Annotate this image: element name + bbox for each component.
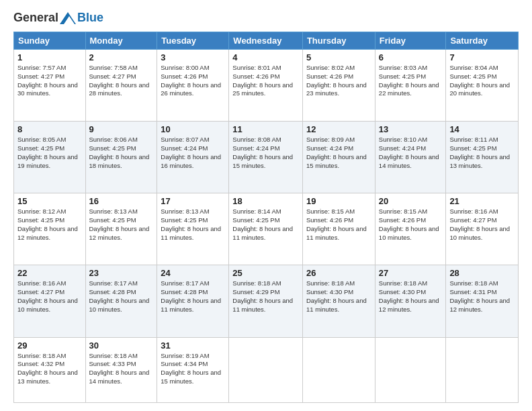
day-number: 24 bbox=[161, 268, 225, 278]
day-info: Sunrise: 8:18 AMSunset: 4:30 PMDaylight:… bbox=[379, 279, 443, 314]
day-info: Sunrise: 8:16 AMSunset: 4:27 PMDaylight:… bbox=[449, 208, 515, 242]
day-number: 3 bbox=[161, 52, 225, 62]
day-info: Sunrise: 8:07 AMSunset: 4:24 PMDaylight:… bbox=[161, 136, 225, 170]
day-number: 13 bbox=[379, 124, 443, 134]
day-number: 15 bbox=[17, 196, 82, 206]
day-of-week-header: Tuesday bbox=[157, 32, 229, 50]
calendar-cell: 29Sunrise: 8:18 AMSunset: 4:32 PMDayligh… bbox=[14, 337, 86, 402]
calendar-cell bbox=[229, 337, 303, 402]
header: General Blue bbox=[13, 11, 519, 25]
calendar-cell: 12Sunrise: 8:09 AMSunset: 4:24 PMDayligh… bbox=[302, 122, 375, 193]
day-info: Sunrise: 7:57 AMSunset: 4:27 PMDaylight:… bbox=[17, 64, 82, 98]
calendar-table: SundayMondayTuesdayWednesdayThursdayFrid… bbox=[13, 32, 519, 403]
calendar-cell: 17Sunrise: 8:13 AMSunset: 4:25 PMDayligh… bbox=[157, 193, 229, 265]
logo-icon bbox=[60, 12, 76, 24]
calendar-cell: 18Sunrise: 8:14 AMSunset: 4:25 PMDayligh… bbox=[229, 193, 303, 265]
day-number: 11 bbox=[232, 124, 299, 134]
calendar-cell: 9Sunrise: 8:06 AMSunset: 4:25 PMDaylight… bbox=[85, 122, 157, 193]
day-info: Sunrise: 8:15 AMSunset: 4:26 PMDaylight:… bbox=[379, 208, 443, 242]
day-number: 7 bbox=[449, 52, 515, 62]
page: General Blue SundayMondayTuesdayWednesda… bbox=[0, 0, 532, 411]
calendar-cell bbox=[446, 337, 519, 402]
calendar-cell: 3Sunrise: 8:00 AMSunset: 4:26 PMDaylight… bbox=[157, 50, 229, 122]
day-number: 6 bbox=[379, 52, 443, 62]
calendar-cell: 25Sunrise: 8:18 AMSunset: 4:29 PMDayligh… bbox=[229, 265, 303, 337]
day-number: 10 bbox=[161, 124, 225, 134]
day-info: Sunrise: 8:18 AMSunset: 4:29 PMDaylight:… bbox=[232, 279, 299, 314]
calendar-cell: 19Sunrise: 8:15 AMSunset: 4:26 PMDayligh… bbox=[302, 193, 375, 265]
calendar-cell: 13Sunrise: 8:10 AMSunset: 4:24 PMDayligh… bbox=[375, 122, 446, 193]
calendar-cell: 11Sunrise: 8:08 AMSunset: 4:24 PMDayligh… bbox=[229, 122, 303, 193]
calendar-cell: 5Sunrise: 8:02 AMSunset: 4:26 PMDaylight… bbox=[302, 50, 375, 122]
calendar-cell: 14Sunrise: 8:11 AMSunset: 4:25 PMDayligh… bbox=[446, 122, 519, 193]
day-info: Sunrise: 8:13 AMSunset: 4:25 PMDaylight:… bbox=[89, 208, 154, 242]
day-number: 9 bbox=[89, 124, 154, 134]
day-number: 19 bbox=[306, 196, 371, 206]
day-info: Sunrise: 8:04 AMSunset: 4:25 PMDaylight:… bbox=[449, 64, 515, 98]
day-info: Sunrise: 8:11 AMSunset: 4:25 PMDaylight:… bbox=[449, 136, 515, 170]
day-number: 1 bbox=[17, 52, 82, 62]
logo-blue-text: Blue bbox=[77, 11, 103, 25]
day-info: Sunrise: 8:14 AMSunset: 4:25 PMDaylight:… bbox=[232, 208, 299, 242]
day-of-week-header: Wednesday bbox=[229, 32, 303, 50]
day-number: 25 bbox=[232, 268, 299, 278]
calendar-cell: 20Sunrise: 8:15 AMSunset: 4:26 PMDayligh… bbox=[375, 193, 446, 265]
day-info: Sunrise: 8:18 AMSunset: 4:31 PMDaylight:… bbox=[449, 279, 515, 314]
calendar-cell: 27Sunrise: 8:18 AMSunset: 4:30 PMDayligh… bbox=[375, 265, 446, 337]
day-info: Sunrise: 8:13 AMSunset: 4:25 PMDaylight:… bbox=[161, 208, 225, 242]
logo: General Blue bbox=[13, 11, 103, 25]
day-of-week-header: Sunday bbox=[14, 32, 86, 50]
day-info: Sunrise: 8:03 AMSunset: 4:25 PMDaylight:… bbox=[379, 64, 443, 98]
day-number: 12 bbox=[306, 124, 371, 134]
day-number: 26 bbox=[306, 268, 371, 278]
day-number: 18 bbox=[232, 196, 299, 206]
day-of-week-header: Monday bbox=[85, 32, 157, 50]
day-info: Sunrise: 8:06 AMSunset: 4:25 PMDaylight:… bbox=[89, 136, 154, 170]
day-number: 4 bbox=[232, 52, 299, 62]
calendar-cell bbox=[302, 337, 375, 402]
day-number: 22 bbox=[17, 268, 82, 278]
day-info: Sunrise: 8:01 AMSunset: 4:26 PMDaylight:… bbox=[232, 64, 299, 98]
calendar-cell: 26Sunrise: 8:18 AMSunset: 4:30 PMDayligh… bbox=[302, 265, 375, 337]
calendar-cell: 15Sunrise: 8:12 AMSunset: 4:25 PMDayligh… bbox=[14, 193, 86, 265]
day-info: Sunrise: 8:10 AMSunset: 4:24 PMDaylight:… bbox=[379, 136, 443, 170]
day-number: 16 bbox=[89, 196, 154, 206]
day-number: 23 bbox=[89, 268, 154, 278]
day-number: 31 bbox=[161, 340, 225, 351]
day-info: Sunrise: 8:18 AMSunset: 4:30 PMDaylight:… bbox=[306, 279, 371, 314]
day-info: Sunrise: 8:09 AMSunset: 4:24 PMDaylight:… bbox=[306, 136, 371, 170]
day-of-week-header: Thursday bbox=[302, 32, 375, 50]
day-number: 5 bbox=[306, 52, 371, 62]
day-number: 28 bbox=[449, 268, 515, 278]
day-info: Sunrise: 8:12 AMSunset: 4:25 PMDaylight:… bbox=[17, 208, 82, 242]
day-info: Sunrise: 8:17 AMSunset: 4:28 PMDaylight:… bbox=[89, 279, 154, 314]
calendar-cell: 31Sunrise: 8:19 AMSunset: 4:34 PMDayligh… bbox=[157, 337, 229, 402]
calendar-cell: 8Sunrise: 8:05 AMSunset: 4:25 PMDaylight… bbox=[14, 122, 86, 193]
calendar-cell: 21Sunrise: 8:16 AMSunset: 4:27 PMDayligh… bbox=[446, 193, 519, 265]
day-of-week-header: Friday bbox=[375, 32, 446, 50]
day-number: 2 bbox=[89, 52, 154, 62]
day-info: Sunrise: 8:18 AMSunset: 4:32 PMDaylight:… bbox=[17, 352, 82, 386]
calendar-cell: 16Sunrise: 8:13 AMSunset: 4:25 PMDayligh… bbox=[85, 193, 157, 265]
day-info: Sunrise: 8:15 AMSunset: 4:26 PMDaylight:… bbox=[306, 208, 371, 242]
calendar-cell: 30Sunrise: 8:18 AMSunset: 4:33 PMDayligh… bbox=[85, 337, 157, 402]
calendar-cell: 2Sunrise: 7:58 AMSunset: 4:27 PMDaylight… bbox=[85, 50, 157, 122]
calendar-cell: 6Sunrise: 8:03 AMSunset: 4:25 PMDaylight… bbox=[375, 50, 446, 122]
day-number: 27 bbox=[379, 268, 443, 278]
day-info: Sunrise: 8:08 AMSunset: 4:24 PMDaylight:… bbox=[232, 136, 299, 170]
day-info: Sunrise: 8:02 AMSunset: 4:26 PMDaylight:… bbox=[306, 64, 371, 98]
calendar-cell: 7Sunrise: 8:04 AMSunset: 4:25 PMDaylight… bbox=[446, 50, 519, 122]
day-info: Sunrise: 8:19 AMSunset: 4:34 PMDaylight:… bbox=[161, 352, 225, 386]
day-info: Sunrise: 7:58 AMSunset: 4:27 PMDaylight:… bbox=[89, 64, 154, 98]
day-number: 14 bbox=[449, 124, 515, 134]
day-number: 20 bbox=[379, 196, 443, 206]
calendar-cell: 4Sunrise: 8:01 AMSunset: 4:26 PMDaylight… bbox=[229, 50, 303, 122]
calendar-cell: 24Sunrise: 8:17 AMSunset: 4:28 PMDayligh… bbox=[157, 265, 229, 337]
day-number: 29 bbox=[17, 340, 82, 351]
calendar-cell: 28Sunrise: 8:18 AMSunset: 4:31 PMDayligh… bbox=[446, 265, 519, 337]
day-number: 30 bbox=[89, 340, 154, 351]
day-number: 21 bbox=[449, 196, 515, 206]
calendar-cell bbox=[375, 337, 446, 402]
calendar-cell: 23Sunrise: 8:17 AMSunset: 4:28 PMDayligh… bbox=[85, 265, 157, 337]
day-number: 8 bbox=[17, 124, 82, 134]
